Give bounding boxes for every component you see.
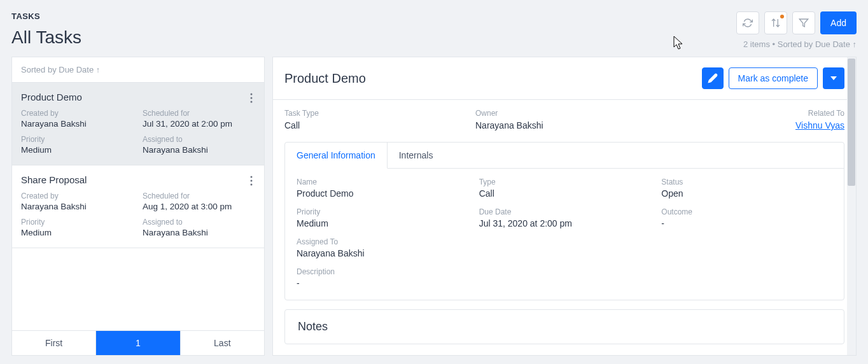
sort-indicator[interactable]: Sorted by Due Date ↑ — [12, 57, 264, 83]
actions-dropdown-button[interactable] — [823, 67, 844, 89]
refresh-button[interactable] — [736, 11, 759, 34]
field-label: Assigned to — [143, 218, 255, 227]
svg-point-4 — [251, 176, 253, 178]
field-value: Narayana Bakshi — [143, 145, 255, 155]
pagination: First 1 Last — [12, 330, 264, 355]
indicator-dot-icon — [780, 15, 784, 18]
add-button[interactable]: Add — [820, 11, 857, 34]
summary-label: Task Type — [284, 109, 463, 118]
filter-button[interactable] — [792, 11, 815, 34]
field-label: Status — [661, 178, 832, 186]
field-value: Medium — [21, 228, 134, 237]
field-value: - — [297, 278, 832, 288]
field-label: Scheduled for — [143, 192, 255, 200]
field-label: Type — [479, 178, 650, 186]
field-label: Created by — [21, 109, 134, 118]
list-stats: 2 items • Sorted by Due Date ↑ — [743, 39, 857, 49]
mark-complete-button[interactable]: Mark as complete — [729, 67, 818, 89]
svg-marker-0 — [799, 19, 808, 27]
svg-marker-7 — [830, 76, 837, 80]
field-value: Product Demo — [297, 188, 468, 199]
page-last-button[interactable]: Last — [181, 331, 264, 355]
tab-general-information[interactable]: General Information — [285, 143, 388, 169]
field-value: Medium — [21, 145, 134, 155]
edit-button[interactable] — [702, 67, 724, 89]
more-menu-button[interactable] — [245, 174, 258, 187]
summary-value: Call — [284, 120, 463, 130]
svg-point-3 — [251, 101, 253, 103]
field-label: Due Date — [479, 207, 650, 216]
chevron-down-icon — [830, 75, 837, 81]
svg-point-6 — [251, 184, 253, 186]
field-label: Outcome — [661, 207, 832, 216]
summary-label: Owner — [475, 109, 654, 118]
more-menu-button[interactable] — [245, 92, 258, 104]
field-label: Priority — [297, 207, 468, 216]
task-detail-pane: Product Demo Mark as complete Task Type … — [272, 57, 857, 356]
pencil-icon — [708, 73, 718, 83]
field-value: - — [661, 218, 832, 228]
summary-label: Related To — [666, 109, 844, 118]
task-card[interactable]: Share Proposal Created by Narayana Baksh… — [12, 165, 264, 248]
field-label: Assigned To — [297, 237, 832, 246]
field-value: Narayana Bakshi — [297, 248, 832, 258]
summary-value: Narayana Bakshi — [475, 120, 654, 130]
sort-icon — [771, 18, 781, 28]
field-value: Jul 31, 2020 at 2:00 pm — [479, 218, 650, 228]
field-value: Open — [661, 188, 832, 199]
kebab-icon — [250, 176, 253, 186]
field-value: Call — [479, 188, 650, 199]
refresh-icon — [743, 18, 753, 28]
task-title: Product Demo — [21, 92, 255, 102]
svg-point-2 — [251, 97, 253, 99]
field-label: Priority — [21, 218, 134, 227]
field-value: Narayana Bakshi — [21, 119, 134, 129]
field-value: Narayana Bakshi — [21, 202, 134, 211]
notes-title: Notes — [298, 320, 831, 333]
page-number-button[interactable]: 1 — [96, 331, 180, 355]
kebab-icon — [250, 93, 253, 103]
field-label: Name — [297, 178, 468, 186]
page-title: All Tasks — [11, 27, 81, 48]
field-label: Description — [297, 267, 832, 276]
page-first-button[interactable]: First — [12, 331, 96, 355]
breadcrumb[interactable]: TASKS — [11, 11, 81, 21]
task-card[interactable]: Product Demo Created by Narayana Bakshi … — [12, 83, 264, 165]
field-label: Priority — [21, 135, 134, 144]
notes-section: Notes — [284, 309, 844, 344]
svg-point-5 — [251, 180, 253, 182]
task-list-pane: Sorted by Due Date ↑ Product Demo Create… — [11, 57, 265, 356]
field-value: Medium — [297, 218, 468, 228]
sort-button[interactable] — [764, 11, 787, 34]
field-value: Aug 1, 2020 at 3:00 pm — [143, 202, 255, 211]
field-label: Assigned to — [143, 135, 255, 144]
svg-point-1 — [251, 94, 253, 95]
filter-icon — [799, 18, 809, 28]
field-label: Created by — [21, 192, 134, 200]
task-title: Share Proposal — [21, 174, 255, 185]
field-label: Scheduled for — [143, 109, 255, 118]
detail-title: Product Demo — [284, 71, 366, 86]
field-value: Jul 31, 2020 at 2:00 pm — [143, 119, 255, 129]
related-to-link[interactable]: Vishnu Vyas — [795, 120, 844, 130]
scrollbar-thumb[interactable] — [848, 59, 855, 186]
tab-internals[interactable]: Internals — [388, 143, 844, 169]
field-value: Narayana Bakshi — [143, 228, 255, 237]
scrollbar-track[interactable] — [847, 57, 856, 355]
